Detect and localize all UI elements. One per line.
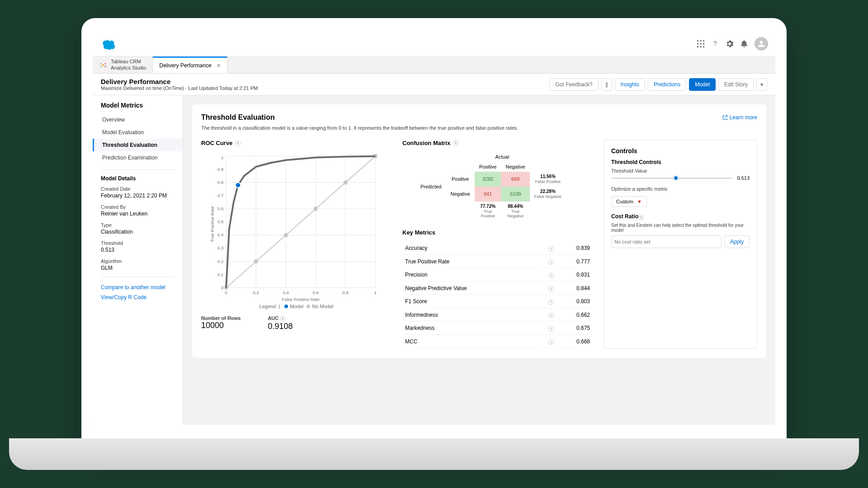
svg-text:1: 1 <box>221 155 223 160</box>
edit-story-button[interactable]: Edit Story <box>718 78 754 91</box>
info-icon[interactable]: i <box>235 141 241 146</box>
roc-svg: 00.10.20.30.40.50.60.70.80.91 00.20.40.6… <box>201 152 392 301</box>
cost-ratio-label: Cost Ratioi <box>611 213 750 220</box>
threshold-point[interactable] <box>236 183 241 188</box>
app-product-label: Tableau CRM <box>111 59 146 65</box>
more-menu-button[interactable]: ▾ <box>756 78 767 91</box>
sidebar-item-model-evaluation[interactable]: Model Evaluation <box>93 126 183 139</box>
predictions-button[interactable]: Predictions <box>648 78 686 91</box>
chevron-down-icon: ▼ <box>637 199 642 204</box>
metric-row: Negative Predictive Valuei0.844 <box>403 282 592 295</box>
info-icon[interactable]: i <box>453 141 458 146</box>
svg-text:0.4: 0.4 <box>283 290 289 295</box>
salesforce-logo-icon <box>100 38 116 50</box>
gear-icon[interactable] <box>726 40 734 48</box>
info-icon[interactable]: i <box>548 259 554 265</box>
svg-rect-3 <box>697 43 698 45</box>
sidebar: Model Metrics Overview Model Evaluation … <box>93 95 183 425</box>
pause-button[interactable]: ‖ <box>601 78 612 91</box>
svg-text:0.3: 0.3 <box>217 245 223 250</box>
meta-algorithm: AlgorithmGLM <box>101 258 175 271</box>
cost-ratio-input[interactable] <box>611 235 722 248</box>
metric-row: F1 Scorei0.803 <box>403 296 592 308</box>
info-icon[interactable]: i <box>548 246 554 252</box>
svg-point-11 <box>105 63 106 64</box>
info-icon[interactable]: i <box>548 286 554 291</box>
sidebar-item-prediction-examination[interactable]: Prediction Examination <box>93 151 183 164</box>
model-button[interactable]: Model <box>689 78 716 91</box>
help-icon[interactable]: ? <box>711 40 719 48</box>
info-icon[interactable]: i <box>548 339 554 345</box>
controls-panel: Controls Threshold Controls Threshold Va… <box>604 140 757 349</box>
meta-created-date: Created DateFebruary 12, 2021 2:20 PM <box>101 186 175 199</box>
svg-point-27 <box>314 207 317 211</box>
svg-text:0.6: 0.6 <box>312 290 318 295</box>
svg-text:0.6: 0.6 <box>217 206 223 211</box>
svg-text:0.1: 0.1 <box>217 272 223 277</box>
divider <box>101 169 175 170</box>
compare-model-link[interactable]: Compare to another model <box>93 282 183 292</box>
svg-point-26 <box>284 234 288 237</box>
metric-row: Precisioni0.831 <box>403 269 592 282</box>
svg-text:0.2: 0.2 <box>217 259 223 264</box>
confusion-title: Confusion Matrixi <box>402 140 593 146</box>
svg-rect-6 <box>697 46 698 47</box>
external-link-icon <box>722 115 728 120</box>
sidebar-item-overview[interactable]: Overview <box>93 113 183 126</box>
apply-button[interactable]: Apply <box>724 235 750 248</box>
metric-row: True Positive Ratei0.777 <box>403 256 592 268</box>
page-subtitle: Maximize Delivered on time (OnTime) · La… <box>101 85 258 91</box>
metrics-table: Accuracyi0.839True Positive Ratei0.777Pr… <box>402 241 593 349</box>
metrics-title: Key Metrics <box>402 229 593 236</box>
svg-rect-8 <box>703 46 704 47</box>
controls-title: Controls <box>611 147 750 155</box>
svg-point-13 <box>105 66 106 67</box>
sidebar-item-threshold-evaluation[interactable]: Threshold Evaluation <box>93 139 183 151</box>
view-r-code-link[interactable]: View/Copy R Code <box>93 292 183 302</box>
global-header: ? <box>93 32 775 56</box>
info-icon[interactable]: i <box>280 316 285 322</box>
svg-point-28 <box>344 181 347 184</box>
section-description: The threshold in a classification model … <box>201 125 757 131</box>
info-icon[interactable]: i <box>548 326 554 332</box>
svg-text:0.8: 0.8 <box>217 180 223 185</box>
info-icon[interactable]: i <box>638 215 644 220</box>
optimize-metric-select[interactable]: Custom▼ <box>611 196 647 207</box>
meta-type: TypeClassification <box>101 222 175 235</box>
threshold-controls-label: Threshold Controls <box>611 159 750 165</box>
svg-text:0: 0 <box>225 290 228 295</box>
svg-point-12 <box>100 66 102 67</box>
threshold-value-readout: 0.513 <box>737 175 750 181</box>
learn-more-link[interactable]: Learn more <box>722 113 757 122</box>
app-subproduct-label: Analytics Studio <box>111 65 146 71</box>
laptop-base-decor <box>9 438 859 470</box>
svg-point-25 <box>254 260 258 263</box>
svg-rect-7 <box>700 46 702 47</box>
svg-text:0.4: 0.4 <box>217 232 224 237</box>
feedback-button[interactable]: Got Feedback? <box>549 78 598 91</box>
svg-text:True Positive Rate: True Positive Rate <box>210 206 215 242</box>
info-icon[interactable]: i <box>548 273 554 278</box>
slider-thumb[interactable] <box>673 175 679 181</box>
bell-icon[interactable] <box>740 40 748 48</box>
tableau-crm-icon <box>99 61 107 69</box>
close-icon[interactable]: × <box>217 62 221 69</box>
cell-tn: 5109 <box>501 187 529 202</box>
cell-fn: 941 <box>475 187 501 202</box>
threshold-slider[interactable] <box>611 178 732 179</box>
info-icon[interactable]: i <box>548 300 554 305</box>
page-tab-label: Delivery Performance <box>159 62 211 69</box>
info-icon[interactable]: i <box>548 313 554 318</box>
confusion-matrix: Actual PositiveNegative Predicted Positi… <box>402 152 593 221</box>
meta-threshold: Threshold0.513 <box>101 240 175 253</box>
app-context-tab[interactable]: Tableau CRM Analytics Studio <box>93 56 153 73</box>
insights-button[interactable]: Insights <box>615 78 645 91</box>
svg-text:0.9: 0.9 <box>217 167 223 172</box>
tab-delivery-performance[interactable]: Delivery Performance × <box>153 56 227 73</box>
threshold-value-label: Threshold Value <box>611 168 750 174</box>
svg-text:0.2: 0.2 <box>253 290 259 295</box>
app-launcher-icon[interactable] <box>697 40 705 48</box>
svg-rect-0 <box>697 40 698 42</box>
user-avatar[interactable] <box>755 37 768 51</box>
svg-rect-2 <box>703 40 704 42</box>
